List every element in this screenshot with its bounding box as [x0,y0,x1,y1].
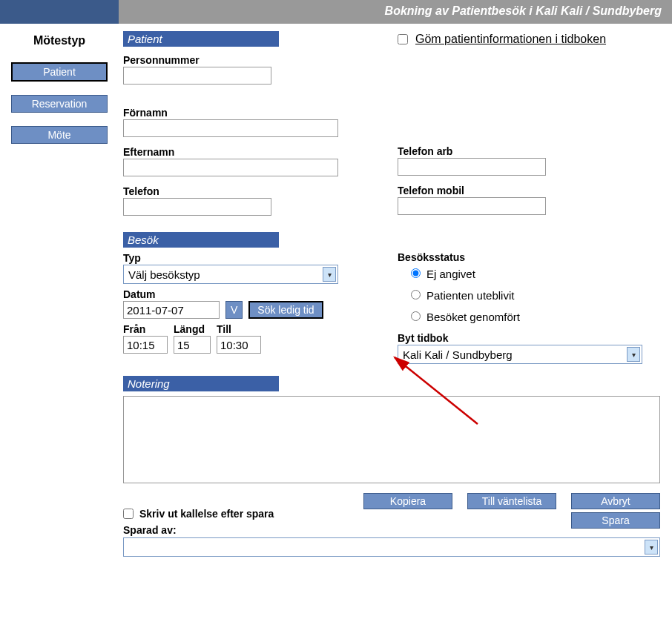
content-area: Patient Göm patientinformationen i tidbo… [119,24,672,557]
telefon-label: Telefon [123,185,390,197]
byt-tidbok-select[interactable]: Kali Kali / Sundbyberg ▾ [398,345,642,364]
status-label: Besöksstatus [398,251,660,263]
sidebar-title: Mötestyp [6,34,113,47]
personnummer-input[interactable] [123,67,271,85]
section-notering: Notering [123,376,279,391]
sidebar: Mötestyp Patient Reservation Möte [0,24,119,557]
kopiera-button[interactable]: Kopiera [363,493,452,509]
status-option-uteblivit[interactable]: Patienten uteblivit [411,289,660,302]
efternamn-input[interactable] [123,159,338,176]
till-input[interactable] [217,336,261,354]
nav-mote[interactable]: Möte [11,126,108,144]
status-radio-uteblivit[interactable] [411,290,421,299]
typ-select[interactable]: Välj besökstyp ▾ [123,265,338,284]
status-option-ej[interactable]: Ej angivet [411,268,660,280]
fornamn-input[interactable] [123,119,338,137]
fran-input[interactable] [123,336,168,354]
till-label: Till [217,323,261,335]
telefon-arb-input[interactable] [398,158,546,176]
byt-tidbok-value: Kali Kali / Sundbyberg [403,348,513,361]
langd-label: Längd [174,323,211,335]
telefon-mobil-input[interactable] [398,197,546,215]
chevron-down-icon: ▾ [627,347,640,362]
notes-textarea[interactable] [123,396,660,483]
fran-label: Från [123,323,168,335]
till-vantelista-button[interactable]: Till väntelista [467,493,556,509]
print-label: Skriv ut kallelse efter spara [139,508,274,520]
page-title: Bokning av Patientbesök i Kali Kali / Su… [119,0,672,24]
personnummer-label: Personnummer [123,54,390,66]
status-option-genomfort[interactable]: Besöket genomfört [411,311,660,323]
v-button[interactable]: V [225,301,243,319]
datum-input[interactable] [123,301,220,319]
hide-patient-info-row[interactable]: Göm patientinformationen i tidboken [398,33,660,46]
telefon-arb-label: Telefon arb [398,145,660,157]
header-bar: Bokning av Patientbesök i Kali Kali / Su… [0,0,672,24]
section-patient: Patient [123,31,279,47]
langd-input[interactable] [174,336,211,354]
section-besok: Besök [123,232,279,248]
fornamn-label: Förnamn [123,107,390,119]
header-logo-block [0,0,119,24]
nav-patient[interactable]: Patient [11,62,108,82]
avbryt-button[interactable]: Avbryt [571,493,660,509]
chevron-down-icon: ▾ [323,267,336,282]
datum-label: Datum [123,288,220,300]
efternamn-label: Efternamn [123,146,390,158]
telefon-input[interactable] [123,198,271,216]
status-radio-ej[interactable] [411,268,421,278]
sparad-av-select[interactable]: ▾ [123,537,660,557]
chevron-down-icon: ▾ [645,540,658,555]
hide-patient-info-label: Göm patientinformationen i tidboken [415,33,606,46]
typ-select-value: Välj besökstyp [128,268,200,281]
hide-patient-info-checkbox[interactable] [398,34,408,44]
spara-button[interactable]: Spara [571,512,660,529]
search-free-time-button[interactable]: Sök ledig tid [248,301,323,319]
status-radio-group: Ej angivet Patienten uteblivit Besöket g… [398,268,660,323]
byt-tidbok-label: Byt tidbok [398,332,660,344]
telefon-mobil-label: Telefon mobil [398,185,660,196]
status-radio-genomfort[interactable] [411,311,421,321]
typ-label: Typ [123,252,390,264]
print-checkbox[interactable] [123,509,134,519]
nav-reservation[interactable]: Reservation [11,95,108,113]
